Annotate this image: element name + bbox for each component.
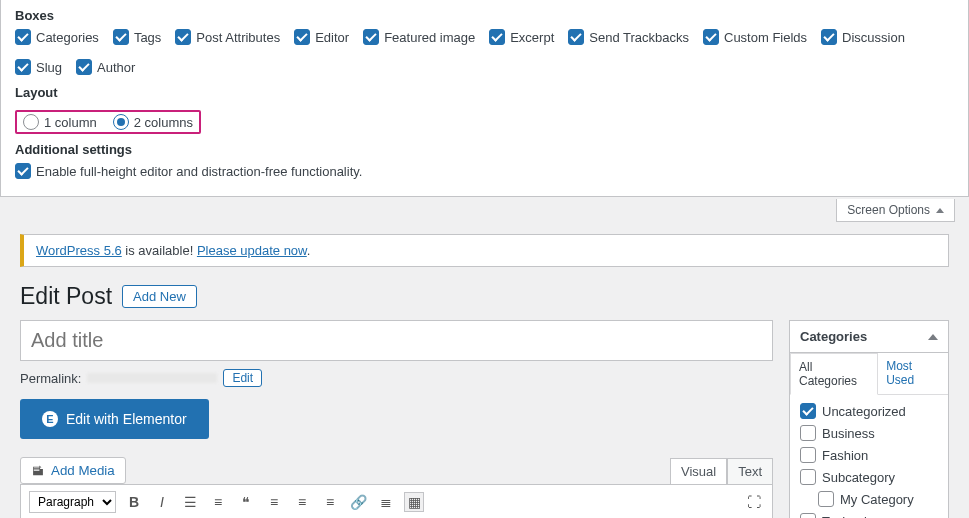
category-item[interactable]: Technology [800,513,938,518]
media-icon [31,464,45,478]
category-label: Technology [822,514,888,519]
align-right-icon[interactable]: ≡ [320,492,340,512]
box-check-featured-image[interactable]: Featured image [363,29,475,45]
permalink-value [87,373,217,383]
box-check-discussion[interactable]: Discussion [821,29,905,45]
box-checkbox[interactable] [113,29,129,45]
box-label: Featured image [384,30,475,45]
category-checkbox[interactable] [800,403,816,419]
boxes-checks: CategoriesTagsPost AttributesEditorFeatu… [15,29,954,75]
category-checkbox[interactable] [800,425,816,441]
box-checkbox[interactable] [821,29,837,45]
category-label: Uncategorized [822,404,906,419]
category-item[interactable]: Subcategory [800,469,938,485]
chevron-up-icon[interactable] [928,334,938,340]
layout-option-2-columns[interactable]: 2 columns [113,114,193,130]
add-media-label: Add Media [51,463,115,478]
edit-with-elementor-button[interactable]: E Edit with Elementor [20,399,209,439]
box-label: Post Attributes [196,30,280,45]
categories-box: Categories All Categories Most Used Unca… [789,320,949,518]
italic-icon[interactable]: I [152,492,172,512]
box-checkbox[interactable] [489,29,505,45]
category-checkbox[interactable] [818,491,834,507]
chevron-up-icon [936,208,944,213]
editor-toolbar-row1: Paragraph B I ☰ ≡ ❝ ≡ ≡ ≡ 🔗 ≣ ▦ ⛶ [21,485,772,518]
permalink-row: Permalink: Edit [20,369,773,387]
align-left-icon[interactable]: ≡ [264,492,284,512]
box-checkbox[interactable] [15,59,31,75]
box-label: Excerpt [510,30,554,45]
category-item[interactable]: Business [800,425,938,441]
screen-options-toggle[interactable]: Screen Options [836,199,955,222]
box-checkbox[interactable] [15,29,31,45]
link-icon[interactable]: 🔗 [348,492,368,512]
permalink-edit-button[interactable]: Edit [223,369,262,387]
layout-label: 2 columns [134,115,193,130]
add-new-button[interactable]: Add New [122,285,197,308]
box-label: Categories [36,30,99,45]
permalink-label: Permalink: [20,371,81,386]
box-checkbox[interactable] [294,29,310,45]
notice-mid: is available! [122,243,197,258]
box-check-excerpt[interactable]: Excerpt [489,29,554,45]
number-list-icon[interactable]: ≡ [208,492,228,512]
fullheight-check[interactable]: Enable full-height editor and distractio… [15,163,362,179]
category-item[interactable]: Fashion [800,447,938,463]
cat-tab-all[interactable]: All Categories [790,353,878,395]
update-now-link[interactable]: Please update now [197,243,307,258]
category-item[interactable]: My Category [818,491,938,507]
bullet-list-icon[interactable]: ☰ [180,492,200,512]
box-check-custom-fields[interactable]: Custom Fields [703,29,807,45]
cat-tab-most[interactable]: Most Used [878,353,948,394]
format-select[interactable]: Paragraph [29,491,116,513]
page-title: Edit Post [20,283,112,310]
layout-option-1-column[interactable]: 1 column [23,114,97,130]
fullscreen-icon[interactable]: ⛶ [744,492,764,512]
box-check-author[interactable]: Author [76,59,135,75]
box-checkbox[interactable] [175,29,191,45]
box-checkbox[interactable] [703,29,719,45]
quote-icon[interactable]: ❝ [236,492,256,512]
add-media-button[interactable]: Add Media [20,457,126,484]
category-label: Subcategory [822,470,895,485]
category-checkbox[interactable] [800,513,816,518]
box-label: Send Trackbacks [589,30,689,45]
boxes-heading: Boxes [15,8,954,23]
box-checkbox[interactable] [76,59,92,75]
tab-text[interactable]: Text [727,458,773,484]
toolbar-toggle-icon[interactable]: ▦ [404,492,424,512]
box-check-send-trackbacks[interactable]: Send Trackbacks [568,29,689,45]
align-center-icon[interactable]: ≡ [292,492,312,512]
category-item[interactable]: Uncategorized [800,403,938,419]
box-label: Discussion [842,30,905,45]
layout-radio[interactable] [23,114,39,130]
box-check-editor[interactable]: Editor [294,29,349,45]
screen-options-toggle-label: Screen Options [847,203,930,217]
category-checkbox[interactable] [800,447,816,463]
wp-version-link[interactable]: WordPress 5.6 [36,243,122,258]
category-checkbox[interactable] [800,469,816,485]
fullheight-label: Enable full-height editor and distractio… [36,164,362,179]
box-check-post-attributes[interactable]: Post Attributes [175,29,280,45]
editor-tabs: Visual Text [670,458,773,484]
layout-highlight: 1 column2 columns [15,110,201,134]
box-check-categories[interactable]: Categories [15,29,99,45]
bold-icon[interactable]: B [124,492,144,512]
box-checkbox[interactable] [363,29,379,45]
additional-heading: Additional settings [15,142,954,157]
category-label: Fashion [822,448,868,463]
category-label: My Category [840,492,914,507]
box-label: Slug [36,60,62,75]
post-title-input[interactable] [20,320,773,361]
box-check-tags[interactable]: Tags [113,29,161,45]
layout-radio[interactable] [113,114,129,130]
readmore-icon[interactable]: ≣ [376,492,396,512]
layout-label: 1 column [44,115,97,130]
layout-heading: Layout [15,85,954,100]
box-checkbox[interactable] [568,29,584,45]
update-notice: WordPress 5.6 is available! Please updat… [20,234,949,267]
tab-visual[interactable]: Visual [670,458,727,484]
fullheight-checkbox[interactable] [15,163,31,179]
box-check-slug[interactable]: Slug [15,59,62,75]
box-label: Tags [134,30,161,45]
